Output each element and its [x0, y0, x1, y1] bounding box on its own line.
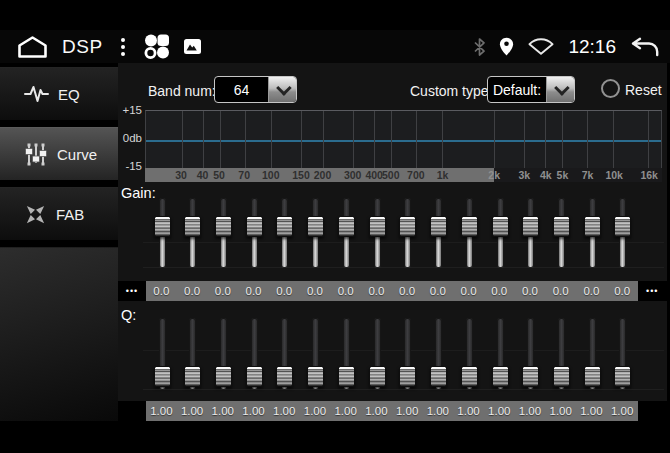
apps-icon[interactable] [143, 33, 170, 60]
slider-thumb[interactable] [430, 216, 447, 237]
graph-gridline [203, 111, 204, 168]
q-slider[interactable] [338, 318, 355, 390]
slider-stem [313, 234, 318, 267]
slider-thumb[interactable] [614, 366, 631, 387]
freq-tick-label: 1k [437, 168, 449, 182]
q-slider[interactable] [276, 318, 293, 390]
y-axis-label-plus15: +15 [118, 104, 142, 116]
freq-tick-label: 10k [605, 168, 623, 182]
q-slider[interactable] [553, 318, 570, 390]
slider-thumb[interactable] [430, 366, 447, 387]
gain-value: 0.0 [515, 281, 546, 301]
slider-thumb[interactable] [522, 366, 539, 387]
sidebar-item-eq[interactable]: EQ [0, 67, 118, 120]
graph-gridline [416, 111, 417, 168]
q-slider[interactable] [614, 318, 631, 390]
slider-thumb[interactable] [614, 216, 631, 237]
slider-thumb[interactable] [338, 366, 355, 387]
gain-slider[interactable] [584, 198, 601, 268]
gain-slider[interactable] [553, 198, 570, 268]
q-slider[interactable] [246, 318, 263, 390]
home-icon[interactable] [17, 35, 48, 59]
gain-slider[interactable] [307, 198, 324, 268]
sidebar-item-label: FAB [56, 206, 84, 223]
slider-thumb[interactable] [276, 366, 293, 387]
slider-thumb[interactable] [154, 366, 171, 387]
band-num-dropdown[interactable]: 64 [214, 76, 297, 103]
overflow-menu-icon[interactable] [117, 36, 129, 58]
slider-thumb[interactable] [215, 366, 232, 387]
q-slider[interactable] [430, 318, 447, 390]
slider-thumb[interactable] [492, 366, 509, 387]
waveform-icon [24, 83, 49, 105]
freq-strip[interactable]: 304050701001502003004005007001k2k3k4k5k7… [145, 168, 662, 182]
slider-thumb[interactable] [184, 366, 201, 387]
slider-thumb[interactable] [246, 366, 263, 387]
graph-gridline [545, 111, 546, 168]
sidebar-item-fab[interactable]: FAB [0, 187, 118, 240]
q-slider[interactable] [584, 318, 601, 390]
gain-slider[interactable] [399, 198, 416, 268]
q-slider[interactable] [154, 318, 171, 390]
gain-slider[interactable] [614, 198, 631, 268]
fab-arrows-icon [24, 203, 47, 226]
slider-thumb[interactable] [584, 216, 601, 237]
gain-overflow-right-button[interactable]: ••• [638, 281, 668, 301]
slider-thumb[interactable] [246, 216, 263, 237]
gain-slider[interactable] [430, 198, 447, 268]
q-slider[interactable] [522, 318, 539, 390]
slider-stem [252, 234, 257, 267]
freq-tick-label: 2k [488, 168, 500, 182]
gain-slider[interactable] [369, 198, 386, 268]
q-slider[interactable] [461, 318, 478, 390]
clock: 12:16 [568, 36, 616, 58]
q-value: 1.00 [453, 401, 484, 421]
slider-thumb[interactable] [307, 366, 324, 387]
graph-gridline [323, 111, 324, 168]
q-slider[interactable] [399, 318, 416, 390]
gain-slider[interactable] [215, 198, 232, 268]
gain-slider[interactable] [276, 198, 293, 268]
slider-thumb[interactable] [369, 216, 386, 237]
gain-slider[interactable] [184, 198, 201, 268]
slider-thumb[interactable] [307, 216, 324, 237]
slider-thumb[interactable] [553, 216, 570, 237]
slider-thumb[interactable] [338, 216, 355, 237]
q-slider[interactable] [184, 318, 201, 390]
gain-overflow-left-button[interactable]: ••• [118, 281, 146, 301]
freq-tick-label: 30 [175, 168, 187, 182]
q-slider[interactable] [215, 318, 232, 390]
slider-thumb[interactable] [276, 216, 293, 237]
gain-slider[interactable] [492, 198, 509, 268]
slider-thumb[interactable] [369, 366, 386, 387]
freq-tick-label: 400 [365, 168, 383, 182]
slider-thumb[interactable] [461, 216, 478, 237]
q-slider[interactable] [492, 318, 509, 390]
slider-thumb[interactable] [399, 366, 416, 387]
slider-thumb[interactable] [522, 216, 539, 237]
slider-thumb[interactable] [584, 366, 601, 387]
q-slider[interactable] [369, 318, 386, 390]
slider-thumb[interactable] [215, 216, 232, 237]
sidebar-item-curve[interactable]: Curve [0, 127, 118, 180]
gain-slider[interactable] [154, 198, 171, 268]
q-value: 1.00 [576, 401, 607, 421]
back-icon[interactable] [629, 37, 660, 57]
slider-thumb[interactable] [553, 366, 570, 387]
gallery-icon[interactable] [184, 39, 201, 54]
sidebar-item-label: Curve [57, 146, 97, 163]
gain-slider[interactable] [461, 198, 478, 268]
gain-slider[interactable] [522, 198, 539, 268]
y-axis-label-0db: 0db [118, 132, 142, 144]
gain-slider[interactable] [338, 198, 355, 268]
slider-thumb[interactable] [492, 216, 509, 237]
slider-thumb[interactable] [184, 216, 201, 237]
reset-radio[interactable] [601, 79, 620, 98]
chevron-down-icon [546, 77, 574, 102]
custom-type-dropdown[interactable]: Default: [487, 76, 575, 103]
slider-thumb[interactable] [154, 216, 171, 237]
slider-thumb[interactable] [399, 216, 416, 237]
slider-thumb[interactable] [461, 366, 478, 387]
gain-slider[interactable] [246, 198, 263, 268]
q-slider[interactable] [307, 318, 324, 390]
